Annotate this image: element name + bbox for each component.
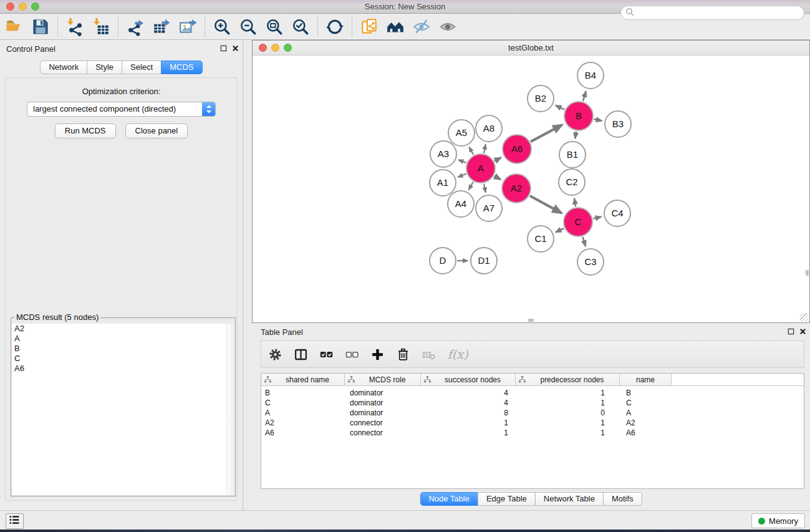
select-stepper-icon[interactable] [202,102,215,116]
column-header-predecessor-nodes[interactable]: predecessor nodes [516,374,620,385]
network-window-titlebar[interactable]: testGlobe.txt [253,41,809,56]
node-B1[interactable]: B1 [559,142,586,168]
node-B4[interactable]: B4 [577,62,604,89]
column-header-name[interactable]: name [620,374,672,385]
select-all-button[interactable] [317,345,335,364]
edge-A-A2[interactable] [494,176,501,180]
node-A2[interactable]: A2 [502,174,531,203]
result-item[interactable]: A6 [12,364,234,374]
table-row[interactable]: Bdominator41B [261,388,804,398]
edge-B-B2[interactable] [556,105,564,109]
edge-A-A6[interactable] [494,158,501,162]
hscroll-nub[interactable] [528,319,534,322]
network-maximize-icon[interactable] [284,44,292,52]
result-item[interactable]: B [12,344,234,354]
close-panel-icon[interactable] [232,45,239,52]
network-from-selection-button[interactable] [356,16,382,38]
node-A3[interactable]: A3 [430,141,456,167]
node-A5[interactable]: A5 [448,120,475,146]
edge-A6-B[interactable] [531,125,562,142]
tab-node-table[interactable]: Node Table [420,492,478,506]
resize-grip-icon[interactable] [800,313,809,322]
edge-C-C3[interactable] [582,237,586,246]
run-mcds-button[interactable]: Run MCDS [55,123,116,138]
network-close-icon[interactable] [259,44,267,52]
table-close-panel-icon[interactable] [799,328,806,335]
table-row[interactable]: Cdominator41C [261,398,804,408]
minimize-window-icon[interactable] [19,2,27,11]
export-network-button[interactable] [122,16,148,38]
search-box[interactable] [620,6,804,20]
add-entry-button[interactable] [369,345,386,364]
edge-A-A1[interactable] [458,174,466,177]
task-history-button[interactable] [6,513,24,529]
vscroll-nub[interactable] [806,270,809,276]
node-C4[interactable]: C4 [604,200,630,226]
edge-B-B3[interactable] [594,119,601,121]
column-header-successor-nodes[interactable]: successor nodes [421,374,516,385]
close-panel-button[interactable]: Close panel [125,123,188,138]
edge-A-A3[interactable] [458,160,466,163]
result-scrollbar[interactable] [226,324,234,495]
tab-edge-table[interactable]: Edge Table [478,492,536,506]
hide-selected-button[interactable] [408,16,435,38]
table-row[interactable]: A6connector11A6 [261,428,804,438]
float-panel-icon[interactable] [220,45,227,52]
column-header-mcds-role[interactable]: MCDS role [345,374,421,385]
edge-C-C4[interactable] [593,217,601,219]
table-row[interactable]: A2connector11A2 [261,418,804,428]
toggle-columns-button[interactable] [292,345,309,364]
zoom-in-button[interactable] [209,16,235,38]
node-B3[interactable]: B3 [605,111,631,137]
edge-A-A5[interactable] [470,147,474,155]
edge-B-B1[interactable] [575,132,576,138]
network-minimize-icon[interactable] [271,44,279,52]
edge-C-C1[interactable] [556,228,564,232]
zoom-fit-button[interactable] [261,16,287,38]
node-A4[interactable]: A4 [448,191,474,217]
edge-B-B4[interactable] [583,92,586,101]
tab-network-table[interactable]: Network Table [535,492,604,506]
node-A[interactable]: A [466,154,495,183]
table-settings-button[interactable] [266,345,284,364]
edge-C-C2[interactable] [574,198,576,206]
result-item[interactable]: A2 [12,324,234,334]
edge-A-A4[interactable] [469,182,473,190]
table-row[interactable]: Adominator80A [261,408,804,418]
search-input[interactable] [637,7,804,19]
node-A6[interactable]: A6 [503,135,531,163]
node-C2[interactable]: C2 [559,169,585,195]
export-image-button[interactable] [175,16,201,38]
node-B2[interactable]: B2 [528,85,554,112]
node-C3[interactable]: C3 [577,249,604,275]
delete-entry-button[interactable] [394,345,412,364]
node-D[interactable]: D [430,248,456,274]
export-table-button[interactable] [148,16,175,38]
table-float-panel-icon[interactable] [788,328,794,335]
node-A7[interactable]: A7 [476,195,502,221]
close-window-icon[interactable] [6,2,14,11]
zoom-out-button[interactable] [235,16,261,38]
deselect-all-button[interactable] [343,345,360,364]
result-item[interactable]: A [12,334,234,344]
node-C1[interactable]: C1 [528,226,554,252]
maximize-window-icon[interactable] [31,2,39,11]
node-D1[interactable]: D1 [471,248,497,274]
result-item[interactable]: C [12,354,234,364]
refresh-layout-button[interactable] [322,16,348,38]
node-A1[interactable]: A1 [430,170,456,196]
network-canvas[interactable]: B4B2BB3A8A5A6A3B1AC2A1A2A4A7C4CC1DD1C3 [253,56,809,322]
criterion-select[interactable]: largest connected component (directed) [27,102,216,117]
open-session-button[interactable] [1,16,27,38]
tab-select[interactable]: Select [122,60,162,74]
show-all-button[interactable] [435,16,461,38]
node-A8[interactable]: A8 [476,115,502,142]
tab-mcds[interactable]: MCDS [161,60,202,74]
first-neighbors-button[interactable] [382,16,408,38]
edge-A-A8[interactable] [484,145,486,153]
tab-style[interactable]: Style [87,60,122,74]
zoom-selected-button[interactable] [287,16,314,38]
edge-A2-C[interactable] [530,196,562,213]
import-table-button[interactable] [88,16,114,38]
memory-button[interactable]: Memory [751,513,805,528]
